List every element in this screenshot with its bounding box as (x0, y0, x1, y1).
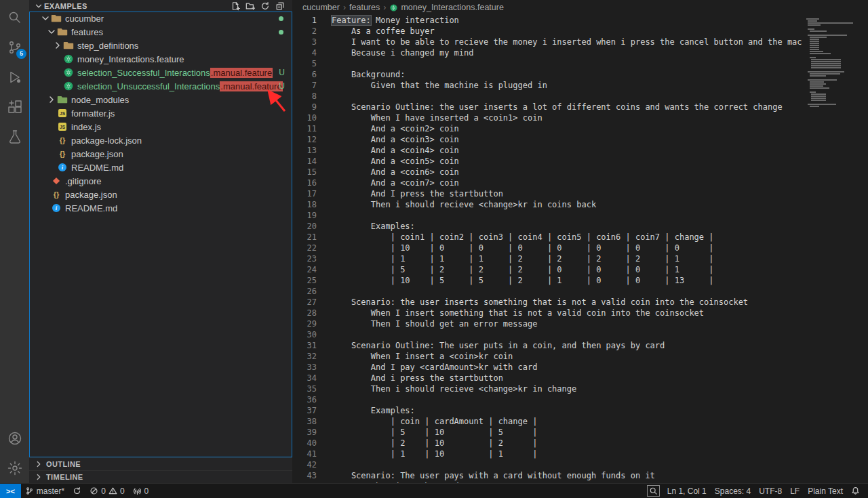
tree-item-cucumber[interactable]: cucumber (29, 12, 292, 25)
code-line[interactable]: 6 Background: (292, 69, 868, 80)
code-line[interactable]: 40 | 2 | 10 | 2 | (292, 438, 868, 449)
minimap-line (811, 100, 826, 101)
tree-item-selection-unsuccessful-interactions[interactable]: selection_Unsuccessful_Interactions.manu… (29, 79, 292, 93)
code-line[interactable]: 2 As a coffee buyer (292, 26, 868, 37)
status-encoding[interactable]: UTF-8 (755, 484, 786, 498)
code-line[interactable]: 25 | 10 | 5 | 5 | 2 | 1 | 0 | 0 | 13 | (292, 275, 868, 286)
code-line[interactable]: 33 And I pay <cardAmount>kr with card (292, 362, 868, 373)
minimap[interactable] (802, 15, 868, 483)
tree-item-readme-md[interactable]: iREADME.md (29, 201, 292, 215)
refresh-icon[interactable] (260, 1, 271, 12)
code-line[interactable]: 34 And i press the startbutton (292, 373, 868, 383)
code-line[interactable]: 27 Scenario: the user inserts something … (292, 297, 868, 308)
code-line[interactable]: 41 | 1 | 10 | 1 | (292, 449, 868, 459)
code-line[interactable]: 26 (292, 286, 868, 297)
code-line[interactable]: 10 When I have inserted a <coin1> coin (292, 112, 868, 123)
code-line[interactable]: 23 | 1 | 1 | 1 | 2 | 2 | 2 | 2 | 1 | (292, 253, 868, 264)
code-line[interactable]: 7 Given that the machine is plugged in (292, 80, 868, 91)
panel-outline[interactable]: OUTLINE (29, 457, 292, 470)
status-indentation[interactable]: Spaces: 4 (711, 484, 755, 498)
line-text: Because i changed my mind (317, 47, 474, 58)
new-folder-icon[interactable] (245, 1, 256, 12)
code-line[interactable]: 42 (292, 459, 868, 470)
code-line[interactable]: 8 (292, 91, 868, 102)
code-line[interactable]: 14 And a <coin5> coin (292, 156, 868, 167)
panel-timeline[interactable]: TIMELINE (29, 470, 292, 483)
tree-item-index-js[interactable]: JSindex.js (29, 120, 292, 133)
code-line[interactable]: 28 When I insert something that is not a… (292, 308, 868, 318)
code-line[interactable]: 32 When I insert a <coin>kr coin (292, 351, 868, 362)
code-line[interactable]: 21 | coin1 | coin2 | coin3 | coin4 | coi… (292, 232, 868, 243)
breadcrumb-item-features[interactable]: features (349, 3, 380, 12)
tree-item--gitignore[interactable]: .gitignore (29, 174, 292, 188)
code-line[interactable]: 18 Then i should recieve <change>kr in c… (292, 199, 868, 210)
code-line[interactable]: 31 Scenario Outline: The user puts in a … (292, 340, 868, 351)
explorer-section-header[interactable]: EXAMPLES (29, 0, 292, 12)
activity-item-source-control[interactable]: 5 (0, 33, 29, 62)
code-line[interactable]: 17 And I press the startbutton (292, 188, 868, 199)
code-line[interactable]: 30 (292, 329, 868, 340)
code-line[interactable]: 38 | coin | cardAmount | change | (292, 416, 868, 427)
code-line[interactable]: 4 Because i changed my mind (292, 47, 868, 58)
line-text (317, 91, 332, 102)
status-ports[interactable]: 0 (129, 484, 153, 498)
tree-item-features[interactable]: features (29, 25, 292, 39)
collapse-all-icon[interactable] (275, 1, 285, 12)
tree-item-step-definitions[interactable]: step_definitions (29, 39, 292, 52)
code-line[interactable]: 35 Then i should recieve <change>kr in c… (292, 383, 868, 394)
line-number: 42 (292, 459, 317, 470)
tree-item-money-interactions-feature[interactable]: money_Interactions.feature (29, 52, 292, 66)
status-eol[interactable]: LF (786, 484, 804, 498)
code-line[interactable]: 39 | 5 | 10 | 5 | (292, 427, 868, 438)
activity-item-settings[interactable] (0, 453, 29, 483)
code-line[interactable]: 12 And a <coin3> coin (292, 134, 868, 145)
line-text: Scenario Outline: The user puts in a coi… (317, 340, 665, 351)
activity-item-account[interactable] (0, 423, 29, 453)
line-number: 43 (292, 470, 317, 481)
code-line[interactable]: 13 And a <coin4> coin (292, 145, 868, 156)
new-file-icon[interactable] (230, 1, 241, 12)
status-remote[interactable]: >< (0, 484, 21, 498)
line-text: Examples: (317, 405, 415, 416)
breadcrumb-item-money-interactions-feature[interactable]: money_Interactions.feature (389, 3, 503, 12)
status-notifications[interactable] (847, 484, 864, 498)
status-zoom[interactable] (644, 484, 663, 498)
code-line[interactable]: 37 Examples: (292, 405, 868, 416)
tree-item-selection-successful-interactions[interactable]: selection_Successful_Interactions.manual… (29, 66, 292, 79)
code-line[interactable]: 20 Examples: (292, 221, 868, 232)
status-git-branch[interactable]: master* (21, 484, 68, 498)
code-view[interactable]: 1Feature: Money interaction2 As a coffee… (292, 15, 868, 483)
status-language-mode[interactable]: Plain Text (804, 484, 847, 498)
tree-item-formatter-js[interactable]: JSformatter.js (29, 106, 292, 120)
status-sync[interactable] (68, 484, 85, 498)
code-line[interactable]: 19 (292, 210, 868, 221)
tree-item-node-modules[interactable]: node_modules (29, 93, 292, 106)
code-line[interactable]: 22 | 10 | 0 | 0 | 0 | 0 | 0 | 0 | 0 | (292, 243, 868, 253)
code-line[interactable]: 9 Scenario Outline: the user inserts a l… (292, 102, 868, 112)
activity-item-testing[interactable] (0, 122, 29, 152)
activity-item-search[interactable] (0, 3, 29, 33)
code-line[interactable]: 24 | 5 | 2 | 2 | 2 | 0 | 0 | 0 | 1 | (292, 264, 868, 275)
breadcrumb-item-cucumber[interactable]: cucumber (302, 3, 340, 12)
status-cursor-position[interactable]: Ln 1, Col 1 (663, 484, 711, 498)
tree-item-package-json[interactable]: {}package.json (29, 188, 292, 201)
explorer-section-title: EXAMPLES (44, 2, 87, 10)
code-line[interactable]: 16 And a <coin7> coin (292, 178, 868, 188)
code-line[interactable]: 15 And a <coin6> coin (292, 167, 868, 178)
activity-item-extensions[interactable] (0, 92, 29, 122)
tree-item-package-json[interactable]: {}package.json (29, 147, 292, 161)
tree-item-package-lock-json[interactable]: {}package-lock.json (29, 133, 292, 147)
indent-spacer (46, 148, 57, 159)
code-line[interactable]: 11 And a <coin2> coin (292, 123, 868, 134)
code-line[interactable]: 36 (292, 394, 868, 405)
code-line[interactable]: 1Feature: Money interaction (292, 15, 868, 26)
code-line[interactable]: 43 Scenario: The user pays with a card w… (292, 470, 868, 481)
tree-item-readme-md[interactable]: iREADME.md (29, 161, 292, 174)
code-line[interactable]: 3 I want to be able to recieve the money… (292, 37, 868, 47)
line-number: 4 (292, 47, 317, 58)
line-number: 34 (292, 373, 317, 383)
code-line[interactable]: 29 Then I should get an error message (292, 318, 868, 329)
activity-item-run-debug[interactable] (0, 62, 29, 92)
status-problems[interactable]: 00 (85, 484, 128, 498)
code-line[interactable]: 5 (292, 58, 868, 69)
